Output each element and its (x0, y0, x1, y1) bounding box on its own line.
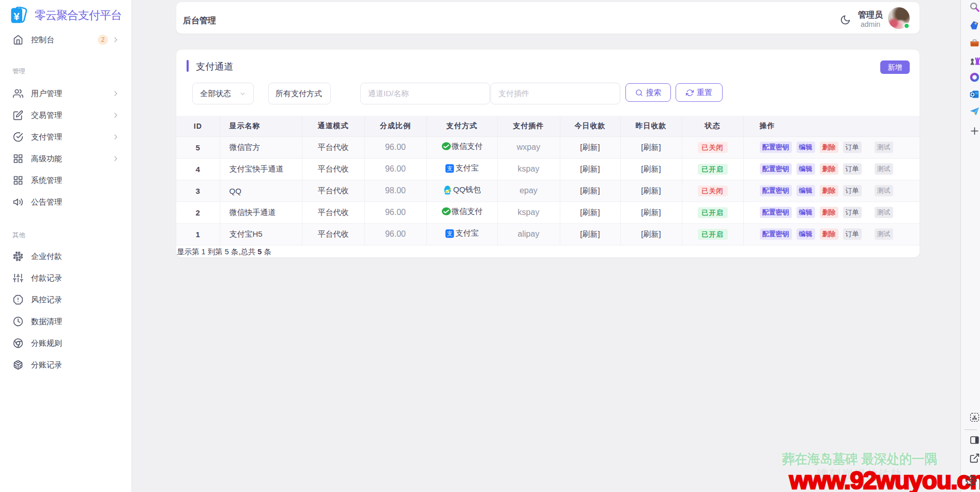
svg-text:¥: ¥ (13, 10, 20, 22)
svg-text:支: 支 (447, 165, 452, 172)
svg-text:支: 支 (447, 230, 452, 237)
